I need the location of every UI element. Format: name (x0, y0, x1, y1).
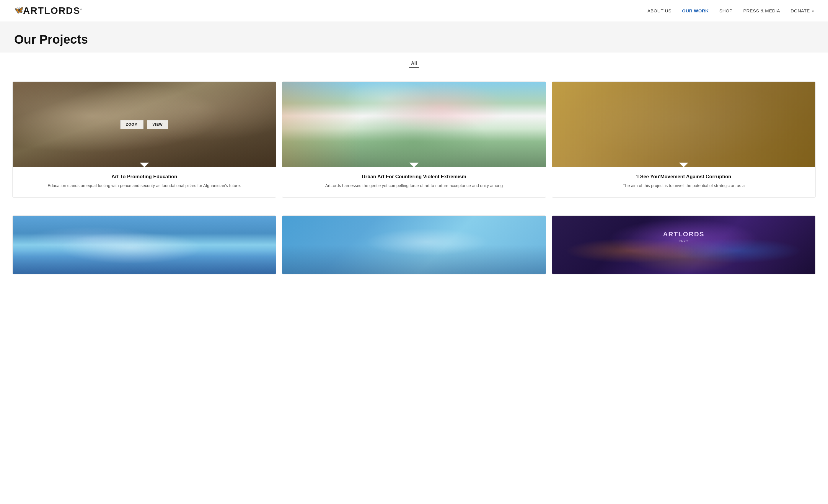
project-desc-urban-art: ArtLords harnesses the gentle yet compel… (288, 183, 539, 189)
site-header: 🦋ARTLORDS® ABOUT US OUR WORK SHOP PRESS … (0, 0, 828, 22)
project-desc-education: Education stands on equal footing with p… (18, 183, 270, 189)
project-image-i-see-you (552, 82, 815, 167)
chevron-down-icon: ▾ (812, 9, 814, 13)
page-title-section: Our Projects (0, 22, 828, 52)
filter-all-button[interactable]: All (409, 60, 419, 68)
butterfly-icon: 🦋 (14, 6, 24, 14)
image-overlay-buttons: ZOOM VIEW (120, 120, 168, 129)
project-card-stage-event: ARTLORDS 3RYC (552, 216, 816, 274)
nav-donate[interactable]: DONATE ▾ (791, 8, 814, 13)
project-image-education: ZOOM VIEW (13, 82, 276, 167)
project-image-urban-art (282, 82, 545, 167)
project-card-blue-mural (12, 216, 276, 274)
project-title-i-see-you: 'I See You'Movement Against Corruption (558, 174, 810, 180)
main-nav: ABOUT US OUR WORK SHOP PRESS & MEDIA DON… (647, 8, 814, 13)
project-card-blue-painter (282, 216, 546, 274)
zoom-button[interactable]: ZOOM (120, 120, 143, 129)
project-info-urban-art: Urban Art For Countering Violent Extremi… (282, 167, 545, 197)
project-title-urban-art: Urban Art For Countering Violent Extremi… (288, 174, 539, 180)
site-logo[interactable]: 🦋ARTLORDS® (14, 5, 83, 16)
projects-grid: ZOOM VIEW Art To Promoting Education Edu… (0, 73, 828, 213)
filter-section: All (0, 52, 828, 73)
project-info-education: Art To Promoting Education Education sta… (13, 167, 276, 197)
nav-our-work[interactable]: OUR WORK (682, 8, 709, 13)
project-card-urban-art: Urban Art For Countering Violent Extremi… (282, 82, 546, 198)
card-notch (409, 163, 419, 167)
card-notch (140, 163, 149, 167)
view-button[interactable]: VIEW (147, 120, 168, 129)
nav-press-media[interactable]: PRESS & MEDIA (743, 8, 780, 13)
logo-area[interactable]: 🦋ARTLORDS® (14, 5, 83, 16)
nav-shop[interactable]: SHOP (719, 8, 733, 13)
project-info-i-see-you: 'I See You'Movement Against Corruption T… (552, 167, 815, 197)
project-desc-i-see-you: The aim of this project is to unveil the… (558, 183, 810, 189)
page-title: Our Projects (14, 33, 814, 47)
project-card-i-see-you: 'I See You'Movement Against Corruption T… (552, 82, 816, 198)
project-title-education: Art To Promoting Education (18, 174, 270, 180)
projects-grid-row2: ARTLORDS 3RYC (0, 213, 828, 277)
nav-about-us[interactable]: ABOUT US (647, 8, 671, 13)
project-card-education: ZOOM VIEW Art To Promoting Education Edu… (12, 82, 276, 198)
logo-art: ART (23, 5, 44, 16)
card-notch (679, 163, 688, 167)
logo-lords: LORDS (44, 5, 80, 16)
